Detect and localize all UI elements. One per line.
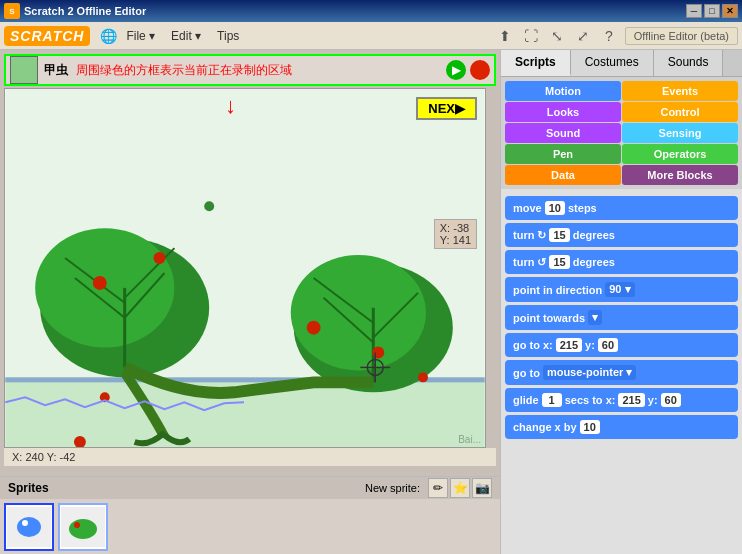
svg-point-29	[17, 517, 41, 537]
stop-button[interactable]	[470, 60, 490, 80]
green-flag-button[interactable]: ▶	[446, 60, 466, 80]
svg-point-21	[372, 347, 384, 359]
tabs-row: Scripts Costumes Sounds	[501, 50, 742, 77]
category-motion[interactable]: Motion	[505, 81, 621, 101]
sprite-item[interactable]	[58, 503, 108, 551]
stage-area: 甲虫 周围绿色的方框表示当前正在录制的区域 ▶	[0, 50, 500, 476]
sprite-item[interactable]	[4, 503, 54, 551]
minimize-button[interactable]: ─	[686, 4, 702, 18]
coord-display: X: 240 Y: -42	[4, 448, 496, 466]
category-looks[interactable]: Looks	[505, 102, 621, 122]
main-content: 甲虫 周围绿色的方框表示当前正在录制的区域 ▶	[0, 50, 742, 554]
category-data[interactable]: Data	[505, 165, 621, 185]
x-label: X:	[440, 222, 450, 234]
svg-point-24	[204, 201, 214, 211]
toolbar-right: ⬆ ⛶ ⤡ ⤢ ? Offline Editor (beta)	[495, 26, 738, 46]
svg-point-32	[69, 519, 97, 539]
next-button[interactable]: NEX▶	[416, 97, 477, 120]
svg-point-16	[93, 276, 107, 290]
block-turn-ccw[interactable]: turn ↺ 15 degrees	[505, 250, 738, 274]
scratch-logo: SCRATCH	[4, 26, 90, 46]
blocks-area: move 10 steps turn ↻ 15 degrees turn ↺ 1…	[501, 189, 742, 554]
block-goto-xy[interactable]: go to x: 215 y: 60	[505, 333, 738, 357]
edit-menu[interactable]: Edit ▾	[163, 26, 209, 46]
recording-label: 周围绿色的方框表示当前正在录制的区域	[76, 62, 446, 79]
stage-header: 甲虫 周围绿色的方框表示当前正在录制的区域 ▶	[4, 54, 496, 86]
title-bar: S Scratch 2 Offline Editor ─ □ ✕	[0, 0, 742, 22]
block-glide[interactable]: glide 1 secs to x: 215 y: 60	[505, 388, 738, 412]
new-sprite-label: New sprite:	[365, 482, 420, 494]
category-events[interactable]: Events	[622, 81, 738, 101]
block-goto-target[interactable]: go to mouse-pointer ▾	[505, 360, 738, 385]
category-sound[interactable]: Sound	[505, 123, 621, 143]
stage-canvas: ↓ NEX▶ X: -38 Y: 141 Bai...	[4, 88, 486, 448]
coord-text: X: 240 Y: -42	[12, 451, 75, 463]
sprites-header: Sprites New sprite: ✏ ⭐ 📷	[0, 477, 500, 499]
resize-icon[interactable]: ⤡	[547, 26, 567, 46]
tab-sounds[interactable]: Sounds	[654, 50, 724, 76]
category-control[interactable]: Control	[622, 102, 738, 122]
stage-svg	[5, 89, 485, 447]
tips-menu[interactable]: Tips	[209, 26, 247, 46]
app-icon: S	[4, 3, 20, 19]
stage-controls: ▶	[446, 60, 490, 80]
category-operators[interactable]: Operators	[622, 144, 738, 164]
file-menu[interactable]: File ▾	[118, 26, 163, 46]
category-pen[interactable]: Pen	[505, 144, 621, 164]
svg-point-22	[418, 372, 428, 382]
block-change-x[interactable]: change x by 10	[505, 415, 738, 439]
arrow-indicator: ↓	[225, 93, 236, 119]
category-sensing[interactable]: Sensing	[622, 123, 738, 143]
menu-bar: SCRATCH 🌐 File ▾ Edit ▾ Tips ⬆ ⛶ ⤡ ⤢ ? O…	[0, 22, 742, 50]
svg-point-17	[154, 252, 166, 264]
svg-point-30	[22, 520, 28, 526]
block-point-direction[interactable]: point in direction 90 ▾	[505, 277, 738, 302]
fullscreen-icon[interactable]: ⛶	[521, 26, 541, 46]
camera-sprite-button[interactable]: 📷	[472, 478, 492, 498]
svg-point-20	[307, 321, 321, 335]
tab-scripts[interactable]: Scripts	[501, 50, 571, 76]
paint-sprite-button[interactable]: ✏	[428, 478, 448, 498]
sprites-list	[0, 499, 500, 554]
y-value: 141	[453, 234, 471, 246]
window-title: Scratch 2 Offline Editor	[24, 5, 686, 17]
mouse-xy-display: X: -38 Y: 141	[434, 219, 477, 249]
block-categories: Motion Events Looks Control Sound Sensin…	[501, 77, 742, 189]
resize2-icon[interactable]: ⤢	[573, 26, 593, 46]
help-icon[interactable]: ?	[599, 26, 619, 46]
upload-icon[interactable]: ⬆	[495, 26, 515, 46]
y-label: Y:	[440, 234, 450, 246]
left-panel: 甲虫 周围绿色的方框表示当前正在录制的区域 ▶	[0, 50, 500, 554]
tab-costumes[interactable]: Costumes	[571, 50, 654, 76]
block-turn-cw[interactable]: turn ↻ 15 degrees	[505, 223, 738, 247]
watermark: Bai...	[458, 434, 481, 445]
sprite-name: 甲虫	[44, 62, 68, 79]
load-sprite-button[interactable]: ⭐	[450, 478, 470, 498]
block-move[interactable]: move 10 steps	[505, 196, 738, 220]
globe-icon[interactable]: 🌐	[98, 26, 118, 46]
sprite-thumbnail	[10, 56, 38, 84]
right-panel: Scripts Costumes Sounds Motion Events Lo…	[500, 50, 742, 554]
block-point-towards[interactable]: point towards ▾	[505, 305, 738, 330]
category-more-blocks[interactable]: More Blocks	[622, 165, 738, 185]
close-button[interactable]: ✕	[722, 4, 738, 18]
window-controls: ─ □ ✕	[686, 4, 738, 18]
sprites-panel: Sprites New sprite: ✏ ⭐ 📷	[0, 476, 500, 554]
svg-point-33	[74, 522, 80, 528]
offline-badge: Offline Editor (beta)	[625, 27, 738, 45]
sprites-title: Sprites	[8, 481, 365, 495]
maximize-button[interactable]: □	[704, 4, 720, 18]
x-value: -38	[453, 222, 469, 234]
